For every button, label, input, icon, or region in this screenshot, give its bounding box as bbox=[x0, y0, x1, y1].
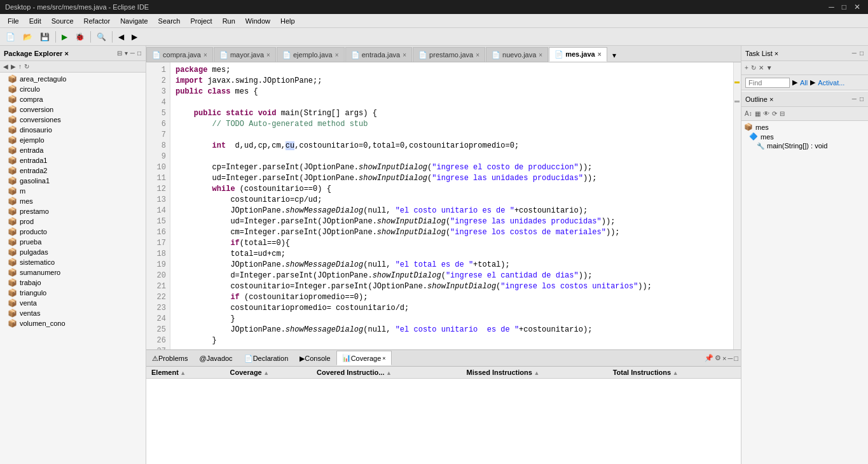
tree-item-conversiones[interactable]: 📦conversiones bbox=[0, 115, 146, 125]
tab-problems[interactable]: ⚠ Problems bbox=[146, 351, 193, 365]
pkg-refresh-btn[interactable]: ↻ bbox=[24, 62, 30, 71]
tree-item-venta[interactable]: 📦venta bbox=[0, 298, 146, 308]
menu-window[interactable]: Window bbox=[240, 16, 275, 26]
task-find-input[interactable] bbox=[745, 78, 790, 88]
tab-compra[interactable]: 📄 compra.java× bbox=[146, 47, 213, 62]
run-button[interactable]: ▶ bbox=[59, 31, 71, 43]
new-button[interactable]: 📄 bbox=[3, 31, 18, 43]
tree-item-mes[interactable]: 📦mes bbox=[0, 196, 146, 206]
outline-max-button[interactable]: □ bbox=[859, 95, 864, 103]
tree-item-compra[interactable]: 📦compra bbox=[0, 94, 146, 104]
tab-declaration[interactable]: 📄 Declaration bbox=[238, 351, 294, 365]
tab-ejemplo[interactable]: 📄 ejemplo.java× bbox=[277, 47, 345, 62]
outline-collapse-button[interactable]: ⊟ bbox=[779, 108, 785, 119]
tab-close-ejemplo[interactable]: × bbox=[335, 52, 339, 59]
menu-source[interactable]: Source bbox=[46, 16, 79, 26]
tree-item-entrada[interactable]: 📦entrada bbox=[0, 145, 146, 155]
tab-close-entrada[interactable]: × bbox=[403, 52, 406, 59]
col-coverage[interactable]: Coverage bbox=[225, 367, 312, 379]
tab-nuevo[interactable]: 📄 nuevo.java× bbox=[486, 47, 548, 62]
menu-file[interactable]: File bbox=[3, 16, 24, 26]
task-activate-link[interactable]: Activat... bbox=[818, 79, 844, 87]
pkg-up-btn[interactable]: ↑ bbox=[18, 62, 22, 71]
tree-item-prestamo[interactable]: 📦prestamo bbox=[0, 206, 146, 216]
minimize-button[interactable]: ─ bbox=[826, 3, 837, 11]
tab-close-prestamo[interactable]: × bbox=[476, 52, 479, 59]
tab-prestamo[interactable]: 📄 prestamo.java× bbox=[413, 47, 485, 62]
pkg-menu-button[interactable]: ▾ bbox=[124, 49, 128, 57]
task-new-button[interactable]: + bbox=[744, 64, 749, 72]
coverage-min-button[interactable]: ─ bbox=[728, 355, 733, 362]
menu-run[interactable]: Run bbox=[217, 16, 240, 26]
menu-help[interactable]: Help bbox=[275, 16, 300, 26]
col-covered-instructions[interactable]: Covered Instructio... bbox=[312, 367, 461, 379]
pkg-fwd-btn[interactable]: ▶ bbox=[10, 62, 17, 71]
tree-item-entrada1[interactable]: 📦entrada1 bbox=[0, 155, 146, 165]
tab-close-mes[interactable]: × bbox=[598, 51, 602, 58]
coverage-close-button[interactable]: × bbox=[722, 355, 726, 362]
tab-close-mayor[interactable]: × bbox=[266, 52, 270, 59]
menu-search[interactable]: Search bbox=[153, 16, 186, 26]
tab-overflow-button[interactable]: ▾ bbox=[609, 49, 619, 62]
tab-coverage[interactable]: 📊 Coverage × bbox=[336, 351, 392, 365]
code-content[interactable]: package mes; import javax.swing.JOptionP… bbox=[170, 62, 733, 349]
coverage-settings-button[interactable]: ⚙ bbox=[715, 354, 721, 362]
tree-item-pulgadas[interactable]: 📦pulgadas bbox=[0, 247, 146, 257]
task-delete-button[interactable]: ✕ bbox=[758, 64, 764, 72]
pkg-max-button[interactable]: □ bbox=[137, 49, 142, 57]
coverage-pin-button[interactable]: 📌 bbox=[705, 354, 713, 362]
close-button[interactable]: ✕ bbox=[851, 3, 863, 11]
tree-item-ventas[interactable]: 📦ventas bbox=[0, 308, 146, 318]
menu-edit[interactable]: Edit bbox=[24, 16, 46, 26]
save-button[interactable]: 💾 bbox=[37, 31, 53, 43]
outline-fields-button[interactable]: ▦ bbox=[754, 108, 761, 119]
tree-item-producto[interactable]: 📦producto bbox=[0, 227, 146, 237]
outline-item-main-method[interactable]: 🔧 main(String[]) : void bbox=[741, 141, 868, 150]
tab-javadoc[interactable]: @ Javadoc bbox=[193, 351, 238, 365]
tree-item-trabajo[interactable]: 📦trabajo bbox=[0, 278, 146, 288]
tree-item-circulo[interactable]: 📦circulo bbox=[0, 84, 146, 94]
editor-scrollbar[interactable] bbox=[733, 62, 741, 349]
tree-item-sistematico[interactable]: 📦sistematico bbox=[0, 257, 146, 267]
tree-item-prod[interactable]: 📦prod bbox=[0, 216, 146, 227]
outline-item-mes-package[interactable]: 📦 mes bbox=[741, 122, 868, 132]
task-refresh-button[interactable]: ↻ bbox=[750, 64, 757, 72]
task-all-link[interactable]: All bbox=[800, 79, 808, 87]
forward-button[interactable]: ▶ bbox=[128, 31, 141, 43]
tree-item-dinosaurio[interactable]: 📦dinosaurio bbox=[0, 125, 146, 135]
outline-sync-button[interactable]: ⟳ bbox=[771, 108, 778, 119]
task-list-min-button[interactable]: ─ bbox=[851, 49, 857, 57]
tree-item-gasolina1[interactable]: 📦gasolina1 bbox=[0, 176, 146, 186]
tab-console[interactable]: ▶ Console bbox=[294, 351, 336, 365]
col-missed-instructions[interactable]: Missed Instructions bbox=[462, 367, 608, 379]
task-list-max-button[interactable]: □ bbox=[859, 49, 864, 57]
pkg-back-btn[interactable]: ◀ bbox=[3, 62, 9, 71]
outline-sort-button[interactable]: A↕ bbox=[744, 108, 753, 119]
outline-item-mes-class[interactable]: 🔷 mes bbox=[741, 132, 868, 141]
tab-mayor[interactable]: 📄 mayor.java× bbox=[214, 47, 276, 62]
tree-item-entrada2[interactable]: 📦entrada2 bbox=[0, 165, 146, 176]
tree-item-volumen-cono[interactable]: 📦volumen_cono bbox=[0, 318, 146, 328]
tree-item-triangulo[interactable]: 📦triangulo bbox=[0, 288, 146, 298]
tree-item-conversion[interactable]: 📦conversion bbox=[0, 104, 146, 115]
debug-button[interactable]: 🐞 bbox=[72, 31, 88, 43]
search-toolbar-button[interactable]: 🔍 bbox=[93, 31, 109, 43]
code-editor[interactable]: 1 2 3 4 5 6 7 8 9 10 11 12 13 14 15 16 1 bbox=[146, 62, 741, 464]
back-button[interactable]: ◀ bbox=[115, 31, 127, 43]
pkg-min-button[interactable]: ─ bbox=[130, 49, 135, 57]
tab-entrada[interactable]: 📄 entrada.java× bbox=[345, 47, 412, 62]
menu-refactor[interactable]: Refactor bbox=[79, 16, 116, 26]
maximize-button[interactable]: □ bbox=[839, 3, 849, 11]
open-button[interactable]: 📂 bbox=[20, 31, 36, 43]
outline-hide-button[interactable]: 👁 bbox=[762, 108, 770, 119]
pkg-collapse-button[interactable]: ⊟ bbox=[116, 49, 123, 57]
outline-min-button[interactable]: ─ bbox=[851, 95, 857, 103]
coverage-max-button[interactable]: □ bbox=[734, 355, 738, 362]
tree-item-area-rectagulo[interactable]: 📦area_rectagulo bbox=[0, 74, 146, 84]
tree-item-m[interactable]: 📦m bbox=[0, 186, 146, 196]
tree-item-prueba[interactable]: 📦prueba bbox=[0, 237, 146, 247]
task-filter-button[interactable]: ▼ bbox=[766, 64, 773, 72]
tree-item-sumanumero[interactable]: 📦sumanumero bbox=[0, 267, 146, 278]
tab-close-compra[interactable]: × bbox=[203, 52, 207, 59]
tree-item-ejemplo[interactable]: 📦ejemplo bbox=[0, 135, 146, 145]
